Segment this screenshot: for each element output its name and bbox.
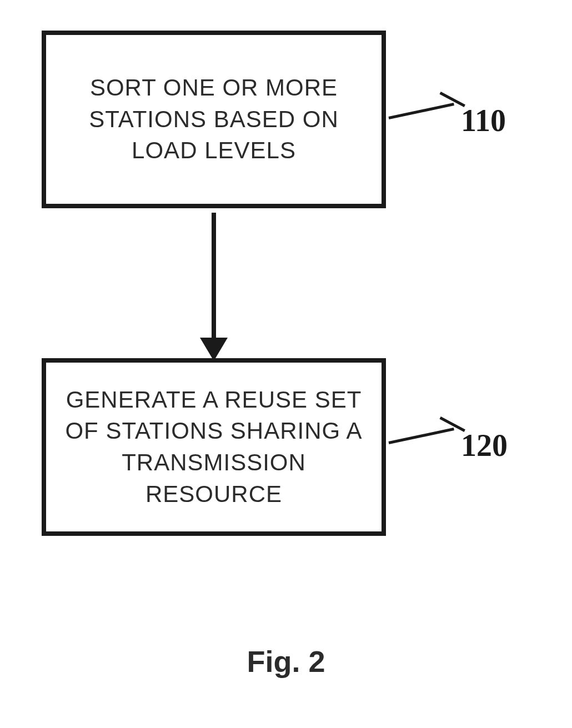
flow-step-110: SORT ONE OR MORE STATIONS BASED ON LOAD … [42,31,386,208]
arrow-110-to-120-head [200,338,228,361]
flow-step-120-text: GENERATE A REUSE SET OF STATIONS SHARING… [57,384,370,510]
leader-line-120 [388,428,454,444]
flow-step-110-text: SORT ONE OR MORE STATIONS BASED ON LOAD … [57,72,370,167]
flowchart-canvas: SORT ONE OR MORE STATIONS BASED ON LOAD … [0,0,572,728]
ref-label-120: 120 [461,428,508,463]
leader-line-110 [388,103,454,119]
flow-step-120: GENERATE A REUSE SET OF STATIONS SHARING… [42,358,386,536]
ref-label-110: 110 [461,103,506,138]
arrow-110-to-120-line [212,213,216,346]
figure-caption: Fig. 2 [0,644,572,679]
